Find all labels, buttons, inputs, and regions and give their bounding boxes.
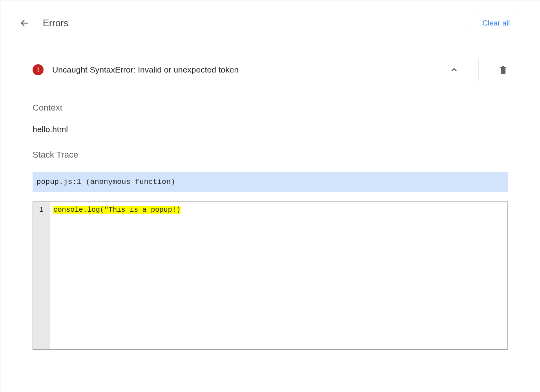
stack-trace-heading: Stack Trace [33,150,508,160]
page-header: Errors Clear all [0,0,540,46]
error-header: ! Uncaught SyntaxError: Invalid or unexp… [0,53,540,89]
code-gutter: 1 [33,202,50,349]
delete-trash-icon[interactable] [498,64,509,75]
code-viewer: 1 console.log("This is a popup!) [33,201,508,350]
context-file: hello.html [33,125,508,134]
error-icon: ! [33,64,44,75]
back-arrow-icon[interactable] [19,18,30,29]
code-content: console.log("This is a popup!) [50,202,507,349]
error-details: Context hello.html Stack Trace popup.js:… [0,89,540,350]
divider [478,59,479,81]
clear-all-button[interactable]: Clear all [471,13,521,33]
code-line-highlighted: console.log("This is a popup!) [53,206,181,214]
context-heading: Context [33,103,508,113]
collapse-chevron-up-icon[interactable] [449,64,460,75]
error-entry: ! Uncaught SyntaxError: Invalid or unexp… [0,46,540,350]
page-title: Errors [43,18,68,29]
error-message: Uncaught SyntaxError: Invalid or unexpec… [52,65,239,74]
line-number: 1 [33,205,50,214]
stack-frame[interactable]: popup.js:1 (anonymous function) [33,172,508,192]
